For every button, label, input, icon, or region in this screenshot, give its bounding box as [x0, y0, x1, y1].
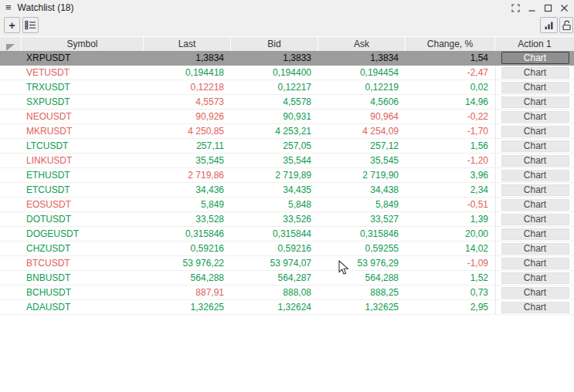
bid-cell: 888,08 [231, 286, 318, 299]
table-row[interactable]: ETHUSDT 2 719,86 2 719,89 2 719,90 3,96 … [0, 168, 574, 183]
ask-cell: 53 976,29 [318, 256, 406, 270]
table-row[interactable]: EOSUSDT 5,849 5,848 5,849 -0,51 Chart [0, 198, 574, 212]
chart-button[interactable]: Chart [501, 126, 569, 137]
chart-button[interactable]: Chart [501, 111, 569, 123]
bid-cell: 1,3833 [231, 51, 318, 65]
chart-button[interactable]: Chart [501, 258, 569, 269]
bid-cell: 33,526 [231, 212, 318, 226]
minimize-icon[interactable] [527, 3, 536, 12]
table-row[interactable]: LINKUSDT 35,545 35,544 35,545 -1,20 Char… [0, 154, 574, 168]
column-header-action[interactable]: Action 1 [495, 37, 574, 51]
table-row[interactable]: DOTUSDT 33,528 33,526 33,527 1,39 Chart [0, 212, 574, 227]
column-header-last[interactable]: Last [144, 37, 231, 51]
chart-button[interactable]: Chart [501, 228, 569, 240]
action-cell: Chart [495, 227, 574, 241]
grip-cell [0, 110, 22, 123]
list-settings-button[interactable] [22, 17, 39, 33]
fullscreen-icon[interactable] [511, 3, 520, 12]
column-header-ask[interactable]: Ask [318, 37, 406, 51]
close-icon[interactable] [559, 3, 569, 12]
chart-button[interactable]: Chart [501, 287, 569, 299]
table-row[interactable]: ETCUSDT 34,436 34,435 34,438 2,34 Chart [0, 183, 574, 198]
bid-cell: 34,435 [231, 183, 318, 197]
action-cell: Chart [495, 183, 574, 197]
chart-button[interactable]: Chart [501, 170, 569, 181]
chart-button[interactable]: Chart [501, 82, 569, 93]
ask-cell: 34,438 [318, 183, 406, 197]
chart-button[interactable]: Chart [501, 214, 569, 225]
ask-cell: 90,964 [318, 110, 406, 123]
symbol-cell: DOTUSDT [22, 212, 144, 226]
ask-cell: 4 254,09 [318, 124, 406, 138]
table-row[interactable]: BCHUSDT 887,91 888,08 888,25 0,73 Chart [0, 286, 574, 300]
table-row[interactable]: ADAUSDT 1,32625 1,32624 1,32625 2,95 Cha… [0, 300, 574, 315]
change-cell: 1,52 [406, 271, 495, 285]
grip-cell [0, 95, 22, 109]
watchlist-window: ≡ Watchlist (18) [0, 0, 574, 392]
ask-cell: 0,194454 [318, 66, 406, 79]
action-cell: Chart [495, 110, 574, 123]
grip-cell [0, 154, 22, 167]
chart-button[interactable]: Chart [501, 140, 569, 152]
table-row[interactable]: XRPUSDT 1,3834 1,3833 1,3834 1,54 Chart [0, 51, 574, 66]
chart-button[interactable]: Chart [501, 96, 569, 108]
table-row[interactable]: SXPUSDT 4,5573 4,5578 4,5606 14,96 Chart [0, 95, 574, 110]
table-row[interactable]: CHZUSDT 0,59216 0,59216 0,59255 14,02 Ch… [0, 242, 574, 256]
action-cell: Chart [495, 212, 574, 226]
table-row[interactable]: DOGEUSDT 0,315846 0,315844 0,315846 20,0… [0, 227, 574, 242]
chart-button[interactable]: Chart [501, 302, 569, 313]
change-cell: 0,73 [406, 286, 495, 299]
table-row[interactable]: VETUSDT 0,194418 0,194400 0,194454 -2,47… [0, 66, 574, 80]
change-cell: 20,00 [406, 227, 495, 241]
maximize-icon[interactable] [543, 3, 552, 12]
bid-cell: 0,315844 [231, 227, 318, 241]
grip-cell [0, 198, 22, 211]
chart-button[interactable]: Chart [501, 52, 569, 64]
chart-columns-button[interactable] [540, 17, 558, 33]
column-header-change[interactable]: Change, % [406, 37, 495, 51]
change-cell: -1,70 [406, 124, 495, 138]
grip-cell [0, 256, 22, 270]
bid-cell: 257,05 [231, 139, 318, 153]
grip-column-header[interactable] [0, 37, 22, 51]
table-row[interactable]: BNBUSDT 564,288 564,287 564,288 1,52 Cha… [0, 271, 574, 286]
last-cell: 2 719,86 [144, 168, 231, 182]
lock-open-button[interactable] [559, 17, 573, 33]
last-cell: 5,849 [144, 198, 231, 211]
action-cell: Chart [495, 256, 574, 270]
column-header-symbol[interactable]: Symbol [22, 37, 144, 51]
table-row[interactable]: MKRUSDT 4 250,85 4 253,21 4 254,09 -1,70… [0, 124, 574, 139]
table-row[interactable]: BTCUSDT 53 976,22 53 974,07 53 976,29 -1… [0, 256, 574, 271]
chart-button[interactable]: Chart [501, 155, 569, 167]
chart-button[interactable]: Chart [501, 199, 569, 211]
bid-cell: 0,12217 [231, 80, 318, 94]
window-title: Watchlist (18) [18, 2, 74, 13]
bid-cell: 2 719,89 [231, 168, 318, 182]
table-row[interactable]: TRXUSDT 0,12218 0,12217 0,12219 0,02 Cha… [0, 80, 574, 95]
ask-cell: 0,12219 [318, 80, 406, 94]
menu-icon[interactable]: ≡ [5, 0, 12, 15]
chart-button[interactable]: Chart [501, 67, 569, 79]
grip-cell [0, 286, 22, 299]
column-header-bid[interactable]: Bid [231, 37, 318, 51]
ask-cell: 4,5606 [318, 95, 406, 109]
last-cell: 53 976,22 [144, 256, 231, 270]
change-cell: -0,51 [406, 198, 495, 211]
chart-button[interactable]: Chart [501, 272, 569, 284]
add-symbol-button[interactable]: + [4, 17, 20, 33]
ask-cell: 564,288 [318, 271, 406, 285]
table-row[interactable]: NEOUSDT 90,926 90,931 90,964 -0,22 Chart [0, 110, 574, 124]
symbol-cell: TRXUSDT [22, 80, 144, 94]
last-cell: 1,3834 [144, 51, 231, 65]
chart-button[interactable]: Chart [501, 243, 569, 255]
change-cell: 3,96 [406, 168, 495, 182]
action-cell: Chart [495, 95, 574, 109]
ask-cell: 257,12 [318, 139, 406, 153]
change-cell: -0,22 [406, 110, 495, 123]
table-row[interactable]: LTCUSDT 257,11 257,05 257,12 1,56 Chart [0, 139, 574, 154]
bid-cell: 0,194400 [231, 66, 318, 79]
symbol-cell: ETCUSDT [22, 183, 144, 197]
chart-button[interactable]: Chart [501, 184, 569, 196]
grip-cell [0, 124, 22, 138]
window-controls [511, 0, 569, 15]
